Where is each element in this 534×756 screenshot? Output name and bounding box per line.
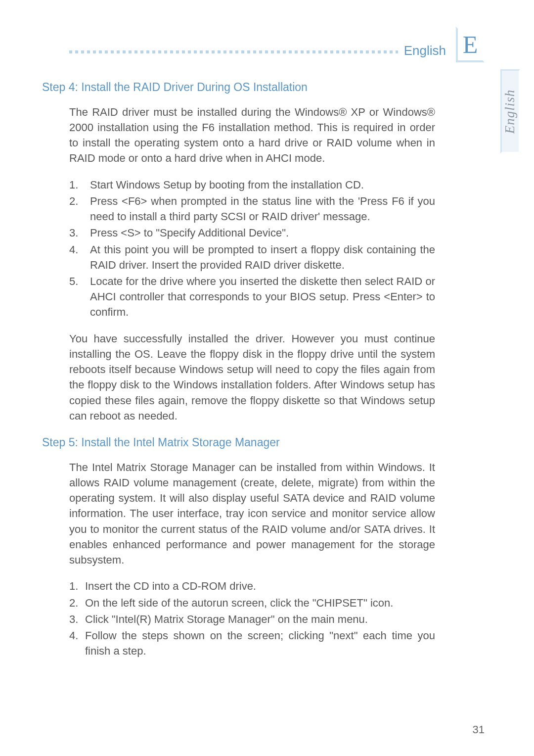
- list-num: 4.: [69, 628, 85, 659]
- page-header: English E: [69, 30, 485, 65]
- side-language-tab-label: English: [503, 89, 518, 134]
- page-content: Step 4: Install the RAID Driver During O…: [69, 79, 435, 659]
- list-item: 2.Press <F6> when prompted in the status…: [69, 193, 435, 224]
- list-item: 4.At this point you will be prompted to …: [69, 242, 435, 273]
- list-text: Press <S> to "Specify Additional Device"…: [90, 225, 435, 240]
- language-badge-letter: E: [463, 30, 478, 59]
- list-num: 3.: [69, 225, 90, 240]
- list-text: At this point you will be prompted to in…: [90, 242, 435, 273]
- step5-heading: Step 5: Install the Intel Matrix Storage…: [42, 434, 435, 451]
- header-dotted-rule: [69, 50, 398, 53]
- list-text: Click "Intel(R) Matrix Storage Manager" …: [85, 612, 435, 627]
- list-item: 4.Follow the steps shown on the screen; …: [69, 628, 435, 659]
- step5-list: 1.Insert the CD into a CD-ROM drive. 2.O…: [69, 578, 435, 659]
- page-number: 31: [473, 723, 485, 736]
- language-badge: E: [456, 27, 485, 62]
- list-text: Follow the steps shown on the screen; cl…: [85, 628, 435, 659]
- list-text: Start Windows Setup by booting from the …: [90, 177, 435, 192]
- list-num: 2.: [69, 193, 90, 224]
- list-num: 2.: [69, 595, 85, 611]
- step4-outro: You have successfully installed the driv…: [69, 331, 435, 424]
- step4-heading: Step 4: Install the RAID Driver During O…: [42, 79, 435, 95]
- list-num: 4.: [69, 242, 90, 273]
- list-num: 5.: [69, 274, 90, 320]
- list-item: 3.Press <S> to "Specify Additional Devic…: [69, 225, 435, 240]
- step4-list: 1.Start Windows Setup by booting from th…: [69, 177, 435, 320]
- header-language-label: English: [404, 43, 446, 58]
- list-num: 1.: [69, 177, 90, 192]
- list-text: Press <F6> when prompted in the status l…: [90, 193, 435, 224]
- list-text: Locate for the drive where you inserted …: [90, 274, 435, 320]
- side-language-tab: English: [500, 69, 520, 153]
- list-item: 3.Click "Intel(R) Matrix Storage Manager…: [69, 612, 435, 627]
- list-text: Insert the CD into a CD-ROM drive.: [85, 578, 435, 594]
- list-item: 1.Start Windows Setup by booting from th…: [69, 177, 435, 192]
- step4-intro: The RAID driver must be installed during…: [69, 104, 435, 166]
- list-item: 5.Locate for the drive where you inserte…: [69, 274, 435, 320]
- list-num: 3.: [69, 612, 85, 627]
- list-item: 1.Insert the CD into a CD-ROM drive.: [69, 578, 435, 594]
- list-text: On the left side of the autorun screen, …: [85, 595, 435, 611]
- list-num: 1.: [69, 578, 85, 594]
- list-item: 2.On the left side of the autorun screen…: [69, 595, 435, 611]
- step5-intro: The Intel Matrix Storage Manager can be …: [69, 460, 435, 568]
